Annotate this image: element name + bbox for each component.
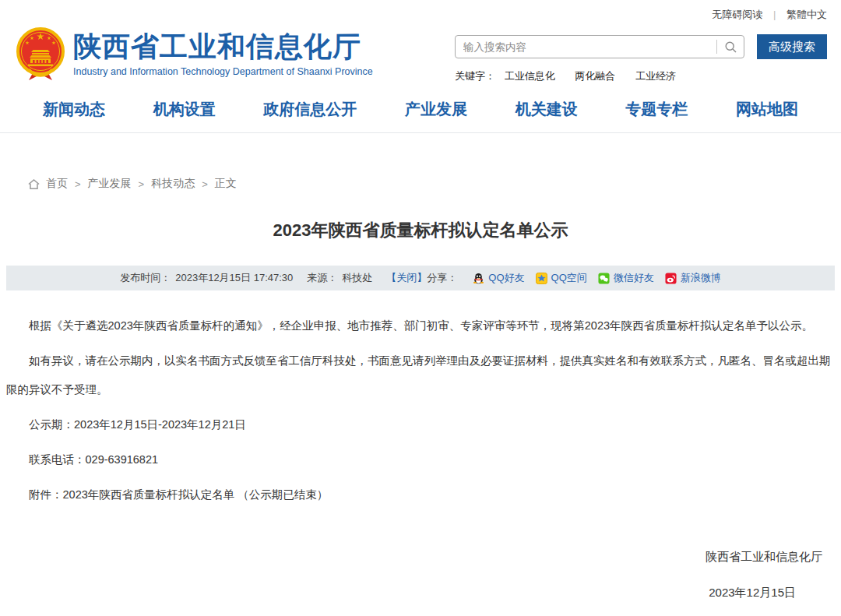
article-body: 根据《关于遴选2023年陕西省质量标杆的通知》，经企业申报、地市推荐、部门初审、…: [6, 312, 835, 509]
site-subtitle: Industry and Information Technology Depa…: [73, 66, 373, 77]
page: 无障碍阅读 | 繁體中文: [0, 0, 841, 600]
source-value: 科技处: [342, 271, 372, 285]
publish-time: 2023年12月15日 17:47:30: [175, 271, 293, 285]
share-qq-friend[interactable]: QQ好友: [473, 271, 524, 285]
nav-item-organization[interactable]: 机构设置: [153, 99, 216, 120]
article-signature-block: 陕西省工业和信息化厅 2023年12月15日: [6, 550, 835, 600]
keyword-link-industrial-economy[interactable]: 工业经济: [635, 70, 676, 82]
source-label: 来源：: [307, 271, 337, 285]
nav-item-gov-info[interactable]: 政府信息公开: [263, 99, 357, 120]
keyword-link-industry-informatization[interactable]: 工业信息化: [505, 70, 555, 82]
site-header: 陕西省工业和信息化厅 Industry and Information Tech…: [0, 22, 841, 91]
share-qq-friend-label: QQ好友: [488, 271, 524, 285]
qq-icon: [473, 273, 484, 284]
top-utility-bar: 无障碍阅读 | 繁體中文: [0, 0, 841, 22]
wechat-icon: [598, 273, 610, 284]
signature-department: 陕西省工业和信息化厅: [6, 550, 822, 565]
paragraph-basis: 根据《关于遴选2023年陕西省质量标杆的通知》，经企业申报、地市推荐、部门初审、…: [6, 312, 835, 340]
paragraph-attachment: 附件：2023年陕西省质量标杆拟认定名单 （公示期已结束）: [6, 480, 835, 509]
main-nav: 新闻动态 机构设置 政府信息公开 产业发展 机关建设 专题专栏 网站地图: [0, 91, 841, 133]
paragraph-publicity-period: 公示期：2023年12月15日-2023年12月21日: [6, 410, 835, 439]
share-weibo-label: 新浪微博: [681, 271, 721, 285]
search-box: [455, 35, 744, 58]
breadcrumb-current: 正文: [215, 177, 237, 191]
nav-item-special[interactable]: 专题专栏: [625, 99, 688, 120]
search-icon[interactable]: [717, 40, 744, 54]
hot-keywords: 关键字： 工业信息化 两化融合 工业经济: [455, 69, 827, 83]
accessibility-link[interactable]: 无障碍阅读: [712, 9, 762, 20]
site-logo-link[interactable]: 陕西省工业和信息化厅 Industry and Information Tech…: [16, 26, 373, 81]
share-label: 分享：: [427, 271, 457, 285]
breadcrumb-separator: >: [75, 178, 81, 190]
breadcrumb-home[interactable]: 首页: [46, 177, 68, 191]
breadcrumb-industry[interactable]: 产业发展: [88, 177, 132, 191]
weibo-icon: [665, 273, 677, 284]
nav-item-news[interactable]: 新闻动态: [43, 99, 105, 120]
site-titles: 陕西省工业和信息化厅 Industry and Information Tech…: [73, 31, 373, 77]
share-wechat[interactable]: 微信好友: [598, 271, 654, 285]
nav-item-sitemap[interactable]: 网站地图: [736, 99, 798, 120]
site-title: 陕西省工业和信息化厅: [73, 31, 373, 62]
qzone-icon: [536, 273, 547, 284]
share-qzone[interactable]: QQ空间: [536, 271, 587, 285]
search-block: 高级搜索 关键字： 工业信息化 两化融合 工业经济: [455, 34, 827, 83]
traditional-chinese-link[interactable]: 繁體中文: [786, 9, 827, 20]
national-emblem-logo: [16, 26, 65, 81]
breadcrumb-separator: >: [139, 178, 145, 190]
article-meta-bar: 发布时间： 2023年12月15日 17:47:30 来源： 科技处 【关闭】 …: [6, 266, 835, 290]
topbar-separator: |: [773, 9, 776, 20]
advanced-search-button[interactable]: 高级搜索: [757, 34, 827, 59]
signature-date: 2023年12月15日: [6, 586, 796, 600]
share-wechat-label: 微信好友: [614, 271, 654, 285]
article-title: 2023年陕西省质量标杆拟认定名单公示: [6, 219, 835, 242]
paragraph-contact-phone: 联系电话：029-63916821: [6, 445, 835, 474]
breadcrumb-separator: >: [202, 178, 208, 190]
publish-time-label: 发布时间：: [120, 271, 171, 285]
search-input[interactable]: [456, 41, 716, 53]
share-qzone-label: QQ空间: [551, 271, 587, 285]
content-area: 首页 > 产业发展 > 科技动态 > 正文 2023年陕西省质量标杆拟认定名单公…: [0, 177, 841, 600]
nav-item-industry[interactable]: 产业发展: [405, 99, 467, 120]
breadcrumb: 首页 > 产业发展 > 科技动态 > 正文: [28, 177, 835, 191]
home-icon: [28, 178, 40, 190]
breadcrumb-tech-news[interactable]: 科技动态: [151, 177, 195, 191]
paragraph-objection: 如有异议，请在公示期内，以实名书面方式反馈至省工信厅科技处，书面意见请列举理由及…: [6, 347, 835, 404]
share-weibo[interactable]: 新浪微博: [665, 271, 721, 285]
close-button[interactable]: 【关闭】: [386, 271, 427, 285]
nav-item-agency[interactable]: 机关建设: [516, 99, 578, 120]
keyword-link-integration[interactable]: 两化融合: [575, 70, 615, 82]
keywords-label: 关键字：: [455, 70, 495, 82]
